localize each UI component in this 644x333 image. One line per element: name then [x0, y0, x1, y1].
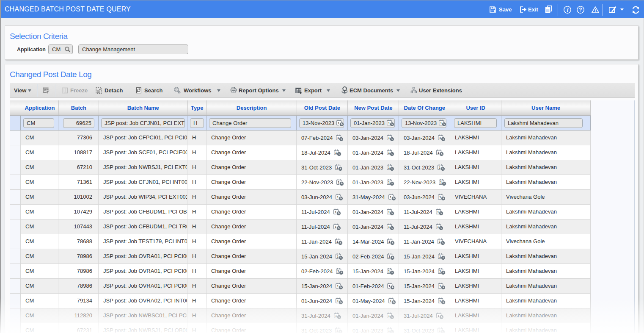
- svg-text:i: i: [567, 7, 569, 13]
- svg-text:?: ?: [579, 7, 582, 13]
